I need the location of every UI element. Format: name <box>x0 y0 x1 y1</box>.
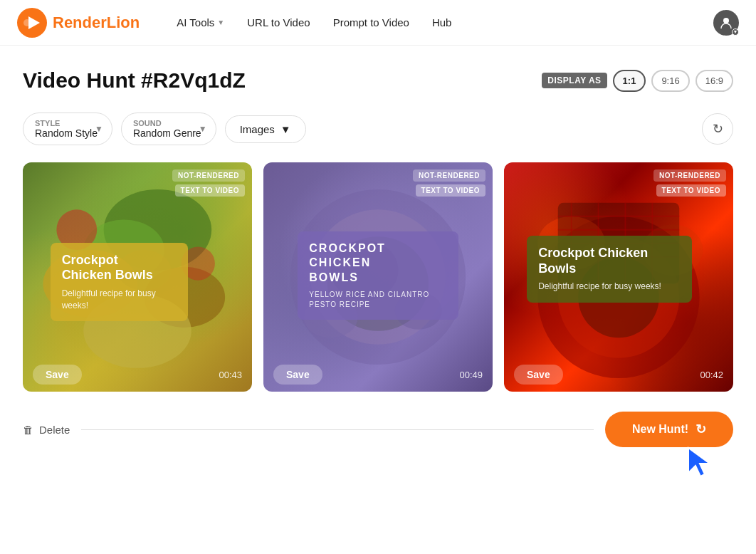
logo-text: RenderLion <box>53 14 140 32</box>
refresh-button[interactable]: ↻ <box>702 113 733 145</box>
logo-icon <box>17 8 47 38</box>
cards-grid: NOT-RENDERED TEXT TO VIDEO Crockpot Chic… <box>23 162 733 392</box>
sound-filter-value: Random Genre <box>133 127 201 139</box>
new-hunt-label: New Hunt! <box>632 423 688 436</box>
title-row: Video Hunt #R2Vq1dZ DISPLAY AS 1:1 9:16 … <box>23 68 733 93</box>
main-nav: AI Tools ▼ URL to Video Prompt to Video … <box>168 11 713 34</box>
card-3-bottom: Save 00:42 <box>504 357 733 392</box>
user-icon <box>719 16 733 30</box>
nav-item-prompt-to-video[interactable]: Prompt to Video <box>325 11 418 34</box>
card-2-badges: NOT-RENDERED TEXT TO VIDEO <box>413 169 485 197</box>
card-1-badges: NOT-RENDERED TEXT TO VIDEO <box>172 169 245 197</box>
ratio-1-1-button[interactable]: 1:1 <box>613 70 646 92</box>
sound-chevron-icon: ▼ <box>199 124 207 134</box>
card-3-duration: 00:42 <box>700 370 723 380</box>
card-1-subtitle: Delightful recipe for busy weeks! <box>62 288 177 312</box>
card-3-status-badge: NOT-RENDERED <box>653 169 726 182</box>
new-hunt-refresh-icon: ↻ <box>695 422 706 437</box>
new-hunt-button[interactable]: New Hunt! ↻ <box>605 412 733 447</box>
nav-item-hub[interactable]: Hub <box>424 11 461 34</box>
sound-filter-button[interactable]: Sound Random Genre ▼ <box>121 113 216 145</box>
nav-item-url-to-video[interactable]: URL to Video <box>238 11 318 34</box>
style-chevron-icon: ▼ <box>95 124 103 134</box>
card-2-save-button[interactable]: Save <box>273 365 322 385</box>
card-2-text-box: CROCKPOT CHICKEN BOWLS YELLOW RICE AND C… <box>298 231 458 320</box>
card-3-badges: NOT-RENDERED TEXT TO VIDEO <box>653 169 726 197</box>
card-3-title: Crockpot Chicken Bowls <box>538 246 681 276</box>
images-chevron-icon: ▼ <box>280 123 291 135</box>
card-1-bottom: Save 00:43 <box>23 357 252 392</box>
delete-line-divider <box>81 429 594 430</box>
card-1-type-badge: TEXT TO VIDEO <box>175 184 245 197</box>
svg-point-3 <box>723 18 729 23</box>
card-2-bottom: Save 00:49 <box>263 357 493 392</box>
card-2-subtitle: YELLOW RICE AND CILANTRO PESTO RECIPE <box>309 290 446 310</box>
delete-button[interactable]: 🗑 Delete <box>23 424 70 436</box>
video-card-3: NOT-RENDERED TEXT TO VIDEO Crockpot Chic… <box>504 162 733 392</box>
page-title: Video Hunt #R2Vq1dZ <box>23 68 246 93</box>
ratio-9-16-button[interactable]: 9:16 <box>651 70 689 92</box>
card-3-save-button[interactable]: Save <box>514 365 563 385</box>
card-2-title: CROCKPOT CHICKEN BOWLS <box>309 241 446 286</box>
bottom-actions-row: 🗑 Delete New Hunt! ↻ <box>23 412 733 447</box>
nav-item-ai-tools[interactable]: AI Tools ▼ <box>168 11 233 34</box>
style-filter-value: Random Style <box>35 127 98 139</box>
card-1-save-button[interactable]: Save <box>33 365 82 385</box>
card-1-duration: 00:43 <box>219 370 242 380</box>
video-card-2: NOT-RENDERED TEXT TO VIDEO CROCKPOT CHIC… <box>263 162 493 392</box>
images-filter-button[interactable]: Images ▼ <box>225 115 306 143</box>
card-1-title: Crockpot Chicken Bowls <box>62 253 177 283</box>
ratio-16-9-button[interactable]: 16:9 <box>695 70 733 92</box>
card-1-status-badge: NOT-RENDERED <box>172 169 245 182</box>
user-menu[interactable]: ▼ <box>713 10 739 36</box>
chevron-down-icon: ▼ <box>217 19 224 26</box>
video-card-1: NOT-RENDERED TEXT TO VIDEO Crockpot Chic… <box>23 162 252 392</box>
images-filter-label: Images <box>240 123 275 135</box>
display-as-label: DISPLAY AS <box>542 73 607 88</box>
display-as-controls: DISPLAY AS 1:1 9:16 16:9 <box>542 70 733 92</box>
card-2-type-badge: TEXT TO VIDEO <box>416 184 485 197</box>
svg-point-2 <box>23 19 31 26</box>
card-3-subtitle: Delightful recipe for busy weeks! <box>538 281 681 293</box>
card-2-duration: 00:49 <box>459 370 483 380</box>
header: RenderLion AI Tools ▼ URL to Video Promp… <box>0 0 756 46</box>
refresh-icon: ↻ <box>713 121 723 137</box>
logo[interactable]: RenderLion <box>17 8 140 38</box>
card-2-status-badge: NOT-RENDERED <box>413 169 485 182</box>
main-content: Video Hunt #R2Vq1dZ DISPLAY AS 1:1 9:16 … <box>0 46 756 464</box>
card-3-text-box: Crockpot Chicken Bowls Delightful recipe… <box>527 236 692 303</box>
filter-row: Style Random Style ▼ Sound Random Genre … <box>23 113 733 145</box>
style-filter-button[interactable]: Style Random Style ▼ <box>23 113 112 145</box>
trash-icon: 🗑 <box>23 424 33 436</box>
style-filter-label: Style <box>35 119 60 127</box>
card-3-type-badge: TEXT TO VIDEO <box>656 184 726 197</box>
card-1-text-box: Crockpot Chicken Bowls Delightful recipe… <box>51 243 188 322</box>
sound-filter-label: Sound <box>133 119 162 127</box>
